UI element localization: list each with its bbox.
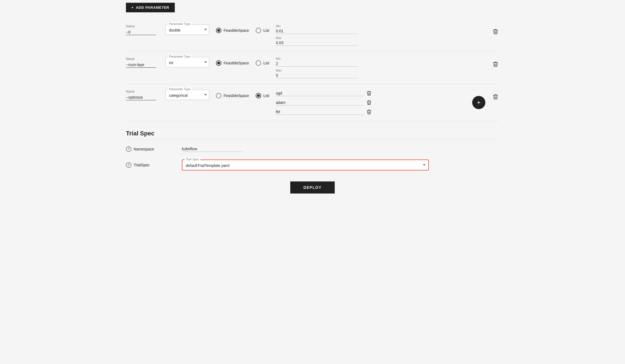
feasible-space-label-lr: FeasibleSpace xyxy=(224,28,249,33)
list-label-opt: List xyxy=(263,93,269,98)
radio-outer-list-opt xyxy=(256,93,261,98)
trialspec-row: ? TrialSpec Trial Spec defaultTrialTempl… xyxy=(126,160,499,170)
radio-outer-feasible-nl xyxy=(216,60,221,66)
delete-row-nl[interactable] xyxy=(492,60,499,68)
max-label-nl: Max xyxy=(276,69,485,72)
trash-icon-opt xyxy=(493,94,498,99)
list-item-row-sgd xyxy=(276,90,466,97)
list-item-row-ftrl xyxy=(276,108,466,115)
name-input-lr[interactable] xyxy=(126,29,156,35)
name-input-opt[interactable] xyxy=(126,95,156,100)
feasible-space-radio-nl[interactable]: FeasibleSpace xyxy=(216,60,249,66)
add-icon: + xyxy=(131,5,134,10)
namespace-help-icon[interactable]: ? xyxy=(126,146,131,152)
trial-spec-section: Trial Spec ? Namespace ? TrialSpec Trial… xyxy=(126,130,499,170)
list-item-row-adam xyxy=(276,99,466,106)
param-type-label-nl: Parameter Type xyxy=(168,55,192,58)
max-input-lr[interactable] xyxy=(276,40,358,46)
param-name-col-lr: Name xyxy=(126,24,159,35)
list-col-opt xyxy=(276,90,466,115)
namespace-label: Namespace xyxy=(134,147,154,151)
trial-spec-title: Trial Spec xyxy=(126,130,499,137)
max-label-lr: Max xyxy=(276,36,485,39)
trial-spec-dropdown[interactable]: Trial Spec defaultTrialTemplate.yaml xyxy=(182,160,429,170)
radio-outer-feasible-lr xyxy=(216,28,221,33)
list-value-adam[interactable] xyxy=(276,100,364,106)
trash-icon-sgd xyxy=(367,91,371,96)
param-type-col-opt[interactable]: Parameter Type categorical xyxy=(165,90,209,100)
deploy-button[interactable]: DEPLOY xyxy=(290,181,335,194)
delete-list-item-ftrl[interactable] xyxy=(366,108,372,115)
list-radio-nl[interactable]: List xyxy=(256,60,269,66)
param-type-value-opt: categorical xyxy=(169,91,200,99)
feasible-space-radio-opt[interactable]: FeasibleSpace xyxy=(216,93,249,98)
parameter-row-lr: Name Parameter Type double FeasibleSpace… xyxy=(126,19,499,52)
feasible-space-radio-lr[interactable]: FeasibleSpace xyxy=(216,28,249,33)
trial-spec-chevron-icon xyxy=(423,164,426,166)
namespace-label-group: ? Namespace xyxy=(126,146,175,152)
min-field-lr: Min xyxy=(276,24,485,34)
delete-list-item-adam[interactable] xyxy=(366,99,372,106)
param-type-label-lr: Parameter Type xyxy=(168,22,192,25)
min-input-lr[interactable] xyxy=(276,28,358,34)
name-label-nl: Name xyxy=(126,57,159,61)
add-parameter-label: ADD PARAMETER xyxy=(136,5,169,10)
radio-group-nl: FeasibleSpace List xyxy=(216,60,269,66)
list-value-ftrl[interactable] xyxy=(276,109,364,115)
name-input-nl[interactable] xyxy=(126,62,156,68)
radio-inner-feasible-lr xyxy=(217,29,220,32)
feasible-space-label-opt: FeasibleSpace xyxy=(224,93,249,98)
help-icon-text: ? xyxy=(128,147,129,151)
minmax-col-lr: Min Max xyxy=(276,24,485,46)
param-type-value-lr: double xyxy=(169,26,200,33)
min-input-nl[interactable] xyxy=(276,61,358,67)
delete-row-lr[interactable] xyxy=(492,28,499,35)
add-list-item-button[interactable]: + xyxy=(472,96,485,109)
delete-list-item-sgd[interactable] xyxy=(366,90,372,97)
param-type-col-lr[interactable]: Parameter Type double xyxy=(165,24,209,35)
name-label-lr: Name xyxy=(126,24,159,28)
param-type-col-nl[interactable]: Parameter Type int xyxy=(165,57,209,67)
max-field-nl: Max xyxy=(276,69,485,78)
deploy-button-label: DEPLOY xyxy=(303,185,322,190)
trial-spec-divider xyxy=(126,139,499,140)
max-field-lr: Max xyxy=(276,36,485,46)
param-name-col-nl: Name xyxy=(126,57,159,68)
list-label-nl: List xyxy=(263,61,269,65)
namespace-row: ? Namespace xyxy=(126,146,499,152)
parameter-row-optimizer: Name Parameter Type categorical Feasible… xyxy=(126,84,499,121)
radio-outer-feasible-opt xyxy=(216,93,221,98)
list-radio-opt[interactable]: List xyxy=(256,93,269,98)
trash-icon-ftrl xyxy=(367,109,371,114)
param-type-arrow-opt xyxy=(204,94,207,96)
min-label-lr: Min xyxy=(276,24,485,28)
trash-icon-adam xyxy=(367,100,371,105)
list-label-lr: List xyxy=(263,28,269,33)
plus-icon: + xyxy=(477,99,481,106)
delete-row-opt[interactable] xyxy=(492,93,499,101)
deploy-section: DEPLOY xyxy=(126,181,499,194)
add-parameter-button[interactable]: + ADD PARAMETER xyxy=(126,3,175,12)
param-name-col-opt: Name xyxy=(126,90,159,100)
trialspec-help-icon[interactable]: ? xyxy=(126,162,131,168)
trial-spec-dropdown-value: defaultTrialTemplate.yaml xyxy=(186,161,420,169)
radio-inner-list-opt xyxy=(257,94,260,97)
trialspec-label: TrialSpec xyxy=(134,163,150,167)
radio-outer-list-nl xyxy=(256,60,261,66)
radio-group-opt: FeasibleSpace List xyxy=(216,93,269,98)
list-value-sgd[interactable] xyxy=(276,90,364,96)
param-type-label-opt: Parameter Type xyxy=(168,87,192,91)
trialspec-help-icon-text: ? xyxy=(128,163,129,167)
min-label-nl: Min xyxy=(276,57,485,60)
minmax-col-nl: Min Max xyxy=(276,57,485,78)
trial-spec-dropdown-label: Trial Spec xyxy=(185,158,200,161)
param-type-arrow-nl xyxy=(204,61,207,63)
radio-outer-list-lr xyxy=(256,28,261,33)
list-radio-lr[interactable]: List xyxy=(256,28,269,33)
parameter-row-num-layers: Name Parameter Type int FeasibleSpace Li… xyxy=(126,52,499,84)
param-type-value-nl: int xyxy=(169,58,200,66)
feasible-space-label-nl: FeasibleSpace xyxy=(224,61,249,65)
min-field-nl: Min xyxy=(276,57,485,67)
max-input-nl[interactable] xyxy=(276,73,358,78)
namespace-input[interactable] xyxy=(182,146,242,152)
